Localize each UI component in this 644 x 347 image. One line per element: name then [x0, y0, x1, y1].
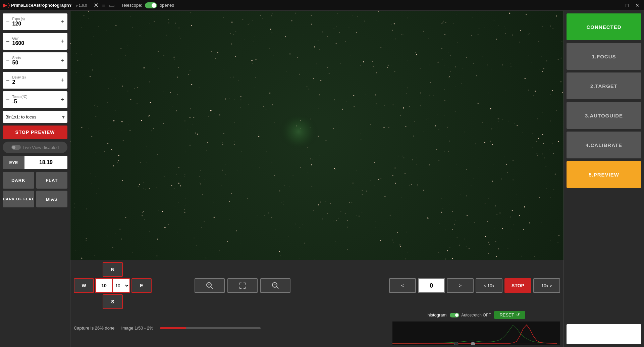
autostretch-label: Autostretch OFF — [461, 313, 491, 317]
histogram-chart — [392, 321, 560, 345]
autostretch-control[interactable]: Autostretch OFF — [450, 313, 491, 317]
bias-button[interactable]: BIAS — [36, 191, 68, 207]
delay-label: Delay (s) — [12, 76, 58, 79]
north-button[interactable]: N — [103, 262, 123, 277]
eye-row: EYE 18.19 — [3, 156, 67, 169]
eye-button[interactable]: EYE — [3, 156, 24, 169]
target-button[interactable]: 2.TARGET — [567, 72, 641, 99]
magnify-plus-icon — [206, 282, 213, 289]
stop-preview-button[interactable]: STOP PREVIEW — [3, 126, 67, 139]
expo-label: Expo (s) — [12, 17, 58, 21]
expo-content: Expo (s) 120 — [11, 17, 59, 27]
live-view-button[interactable]: Live View disabled — [3, 142, 67, 153]
zoom-out-button[interactable] — [260, 278, 290, 293]
gain-content: Gain 1600 — [11, 37, 59, 46]
connected-button[interactable]: CONNECTED — [567, 13, 641, 40]
status-bar: Capture is 26% done Image 1/50 - 2% hist… — [74, 311, 560, 345]
shots-minus-button[interactable]: − — [5, 58, 11, 64]
window-controls: — □ ✕ — [612, 2, 641, 9]
version-label: v 1.6.0 — [76, 3, 87, 7]
expo-minus-button[interactable]: − — [5, 19, 11, 25]
bin-dropdown-label: Bin1x1: to focus — [5, 114, 37, 119]
maximize-button[interactable]: □ — [624, 2, 631, 9]
gain-plus-button[interactable]: + — [59, 38, 65, 44]
gain-label: Gain — [12, 37, 58, 40]
prev10-button[interactable]: < 10x — [476, 278, 502, 293]
expo-value: 120 — [12, 21, 58, 27]
zoom-in-button[interactable] — [195, 278, 225, 293]
nsew-cluster: N W 10 1 100 E S — [74, 262, 152, 309]
histogram-title: histogram — [427, 312, 446, 317]
south-button[interactable]: S — [103, 294, 123, 309]
temp-value: -5 — [12, 99, 58, 105]
shots-label: Shots — [12, 56, 58, 60]
position-input[interactable] — [418, 278, 445, 293]
delay-plus-button[interactable]: + — [59, 77, 65, 83]
stop-main-button[interactable]: STOP — [504, 278, 531, 293]
next10-button[interactable]: 10x > — [533, 278, 560, 293]
preview-button[interactable]: 5.PREVIEW — [567, 161, 641, 188]
expo-plus-button[interactable]: + — [59, 19, 65, 25]
step-input[interactable] — [95, 278, 112, 293]
delay-minus-button[interactable]: − — [5, 77, 11, 83]
reset-button[interactable]: RESET ↺ — [494, 311, 525, 319]
telescope-label: Telescope: — [121, 3, 142, 8]
temp-content: Temp (°C) -5 — [11, 95, 59, 105]
expo-param: − Expo (s) 120 + — [3, 13, 67, 30]
temp-plus-button[interactable]: + — [59, 97, 65, 103]
minimize-button[interactable]: — — [612, 2, 621, 9]
next-button[interactable]: > — [447, 278, 474, 293]
progress-bar-outer — [160, 327, 261, 329]
magnify-minus-icon — [272, 282, 279, 289]
arrow-icon: ⟩ — [8, 3, 10, 8]
sliders-icon[interactable]: ≡ — [102, 2, 106, 9]
west-button[interactable]: W — [74, 278, 94, 293]
step-select[interactable]: 10 1 100 — [112, 278, 130, 293]
capture-status: Capture is 26% done — [74, 326, 114, 331]
live-view-label: Live View disabled — [23, 145, 59, 150]
bin-dropdown[interactable]: Bin1x1: to focus ▾ — [3, 111, 67, 123]
east-button[interactable]: E — [131, 278, 152, 293]
reset-icon: ↺ — [516, 312, 520, 317]
toolbar-icons: ✕ ≡ ▭ — [94, 2, 115, 9]
close-button[interactable]: ✕ — [633, 2, 641, 9]
focus-button[interactable]: 1.FOCUS — [567, 43, 641, 70]
cross-icon[interactable]: ✕ — [94, 2, 99, 9]
zoom-fit-icon — [239, 282, 246, 289]
right-panel: CONNECTED 1.FOCUS 2.TARGET 3.AUTOGUIDE 4… — [564, 11, 644, 347]
bottom-bar: N W 10 1 100 E S — [70, 260, 564, 347]
flat-button[interactable]: FLAT — [36, 172, 68, 189]
main-layout: − Expo (s) 120 + − Gain 1600 + − Shots 5… — [0, 11, 644, 347]
svg-line-5 — [276, 287, 278, 289]
temp-label: Temp (°C) — [12, 95, 58, 99]
gain-param: − Gain 1600 + — [3, 33, 67, 50]
shots-content: Shots 50 — [11, 56, 59, 66]
star-field-canvas — [70, 11, 564, 260]
dark-of-flat-button[interactable]: DARK OF FLAT — [3, 191, 34, 207]
autostretch-switch[interactable] — [450, 313, 459, 317]
reset-label: RESET — [499, 312, 514, 317]
prev-button[interactable]: < — [389, 278, 416, 293]
svg-line-1 — [211, 287, 213, 289]
dark-button[interactable]: DARK — [3, 172, 34, 189]
eye-value: 18.19 — [24, 156, 67, 169]
gain-minus-button[interactable]: − — [5, 38, 11, 44]
histogram-section: histogram Autostretch OFF RESET ↺ — [392, 311, 560, 345]
white-box — [567, 324, 641, 344]
shots-plus-button[interactable]: + — [59, 58, 65, 64]
app-name: PrimaLuceAstrophotographY — [11, 3, 72, 8]
delay-param: − Delay (s) 2 + — [3, 72, 67, 89]
telescope-toggle[interactable] — [145, 2, 157, 8]
calibration-grid: DARK FLAT DARK OF FLAT BIAS — [3, 172, 67, 207]
calibrate-button[interactable]: 4.CALIBRATE — [567, 132, 641, 158]
nav-right: < > < 10x STOP 10x > — [389, 278, 560, 293]
chevron-down-icon: ▾ — [62, 114, 65, 120]
temp-minus-button[interactable]: − — [5, 97, 11, 103]
zoom-fit-button[interactable] — [227, 278, 258, 293]
image-area — [70, 11, 564, 260]
live-view-toggle — [11, 145, 21, 150]
titlebar: ▶ ⟩ PrimaLuceAstrophotographY v 1.6.0 ✕ … — [0, 0, 644, 11]
autoguide-button[interactable]: 3.AUTOGUIDE — [567, 102, 641, 129]
temp-param: − Temp (°C) -5 + — [3, 91, 67, 108]
save-icon[interactable]: ▭ — [109, 2, 115, 9]
